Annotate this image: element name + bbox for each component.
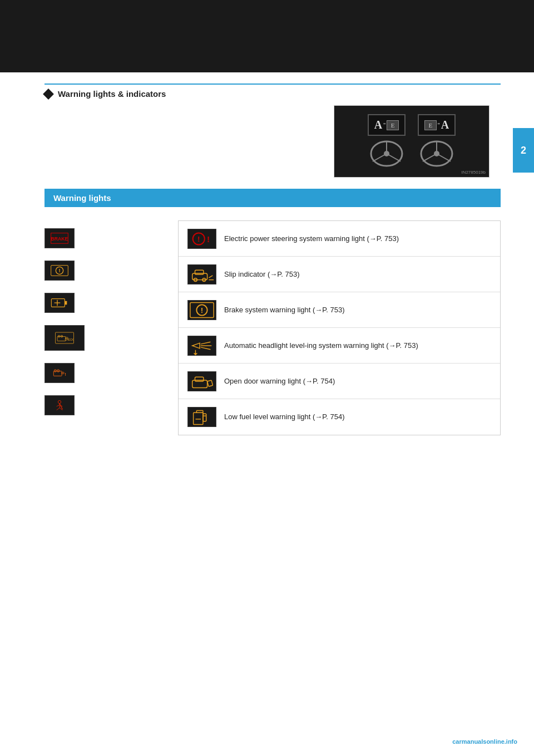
brake-icon: BRAKE	[44, 228, 75, 248]
seatbelt-warning-item: !	[44, 258, 167, 283]
seatbelt-circle-icon: !	[44, 261, 75, 281]
auto-headlight-icon	[187, 336, 216, 356]
illustration-inner: A " E	[334, 106, 489, 177]
svg-rect-22	[55, 332, 75, 345]
chapter-number: 2	[521, 145, 526, 156]
warning-lights-left-col: BRAKE !	[44, 220, 167, 435]
person-seatbelt-icon	[44, 395, 75, 415]
brake-system-text: Brake system warning light (→P. 753)	[224, 305, 345, 316]
open-door-icon	[187, 371, 216, 391]
open-door-row: Open door warning light (→P. 754)	[179, 364, 500, 399]
svg-text:!: !	[201, 306, 203, 314]
low-fuel-row: Low fuel level warning light (→P. 754)	[179, 399, 500, 435]
svg-point-4	[384, 151, 389, 156]
warning-lights-header: Warning lights	[44, 189, 501, 207]
warning-lights-layout: BRAKE !	[44, 220, 501, 435]
low-fuel-text: Low fuel level warning light (→P. 754)	[224, 411, 345, 423]
auto-headlight-row: Automatic headlight level-ing system war…	[179, 328, 500, 364]
svg-text:BRAKE: BRAKE	[51, 236, 68, 242]
section-title: Warning lights & indicators	[58, 89, 166, 99]
check-engine-icon: CHECK	[44, 325, 85, 351]
svg-point-9	[434, 151, 439, 156]
svg-rect-43	[188, 229, 216, 248]
battery-icon	[44, 293, 75, 313]
illustration-watermark: IN2785019b	[461, 170, 486, 175]
illustration-area: A " E	[44, 105, 490, 178]
slip-indicator-row: Slip indicator (→P. 753)	[179, 257, 500, 292]
footer-watermark: carmanualsonline.info	[452, 738, 517, 745]
svg-text:!: !	[207, 234, 210, 243]
warning-lights-title: Warning lights	[53, 193, 111, 203]
auto-headlight-text: Automatic headlight level-ing system war…	[224, 340, 418, 351]
svg-text:!: !	[197, 234, 200, 243]
eps-warning-text: Electric power steering system warning l…	[224, 233, 399, 244]
brake-system-row: ! Brake system warning light (→P. 753)	[179, 292, 500, 328]
diamond-icon	[43, 89, 54, 100]
slip-indicator-icon	[187, 264, 216, 284]
battery-warning-item	[44, 291, 167, 315]
eps-warning-icon: ! !	[187, 229, 216, 249]
illustration-box: A " E	[334, 105, 490, 178]
slip-indicator-text: Slip indicator (→P. 753)	[224, 269, 300, 280]
check-engine-item: CHECK	[44, 323, 167, 353]
section-header: Warning lights & indicators	[44, 84, 501, 99]
open-door-text: Open door warning light (→P. 754)	[224, 376, 335, 387]
brake-light-item: BRAKE	[44, 226, 167, 251]
eps-warning-row: ! ! Electric power steering system warni…	[179, 221, 500, 257]
svg-rect-19	[65, 301, 67, 305]
top-bar	[0, 0, 534, 72]
svg-rect-29	[50, 366, 70, 380]
brake-system-icon: !	[187, 300, 216, 320]
main-content: Warning lights & indicators A " E	[0, 72, 534, 458]
engine-malfunction-icon: !	[44, 363, 75, 383]
svg-text:CHECK: CHECK	[65, 338, 74, 341]
engine-malfunction-item: !	[44, 361, 167, 385]
svg-text:!: !	[58, 268, 60, 273]
low-fuel-icon	[187, 407, 216, 427]
warning-lights-right-col: ! ! Electric power steering system warni…	[178, 220, 501, 435]
svg-text:!: !	[65, 372, 66, 377]
person-seatbelt-item	[44, 393, 167, 418]
chapter-tab: 2	[513, 128, 534, 173]
